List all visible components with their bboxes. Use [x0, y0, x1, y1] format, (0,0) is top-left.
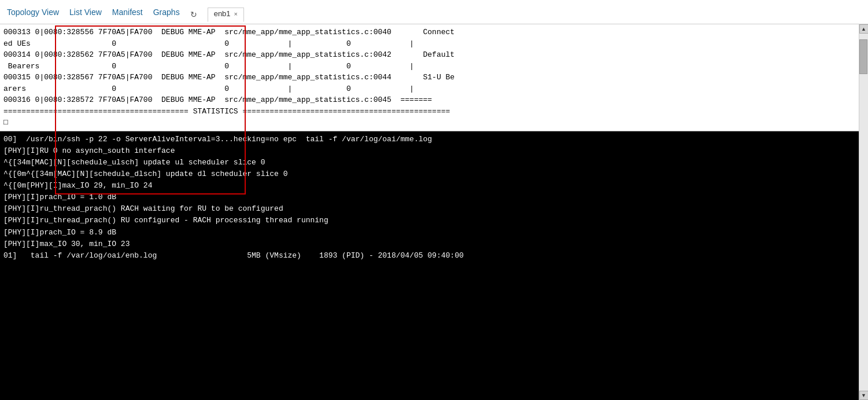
lower-log-line: [PHY][I]prach_IO = 1.0 dB — [3, 192, 855, 203]
scroll-track[interactable] — [859, 34, 868, 391]
enb1-tab[interactable]: enb1 × — [208, 8, 244, 22]
enb1-tab-label: enb1 — [214, 9, 231, 18]
lower-log-line: ^{[34m[MAC][N][schedule_ulsch] update ul… — [3, 157, 855, 168]
log-line: Bearers 0 0 | 0 | — [3, 61, 855, 72]
log-line: ed UEs 0 0 | 0 | — [3, 38, 855, 50]
lower-log-line: [PHY][I]max_IO 30, min_IO 23 — [3, 238, 855, 250]
log-line: ========================================… — [3, 106, 855, 118]
manifest-link[interactable]: Manifest — [112, 8, 143, 21]
topology-view-link[interactable]: Topology View — [7, 8, 59, 21]
lower-log-line: ^{[0m[PHY][I]max_IO 29, min_IO 24 — [3, 180, 855, 192]
lower-log-line: [PHY][I]prach_IO = 8.9 dB — [3, 227, 855, 238]
scroll-thumb[interactable] — [859, 39, 867, 74]
log-line: 000314 0|0080:328562 7F70A5|FA700 DEBUG … — [3, 49, 855, 61]
log-line: arers 0 0 | 0 | — [3, 83, 855, 95]
lower-log-line: 00] /usr/bin/ssh -p 22 -o ServerAliveInt… — [3, 134, 855, 145]
log-area[interactable]: 000313 0|0080:328556 7F70A5|FA700 DEBUG … — [0, 24, 859, 400]
list-view-link[interactable]: List View — [69, 8, 102, 21]
log-line: 000313 0|0080:328556 7F70A5|FA700 DEBUG … — [3, 27, 855, 38]
scroll-down-arrow[interactable]: ▼ — [859, 391, 869, 400]
lower-log: 00] /usr/bin/ssh -p 22 -o ServerAliveInt… — [0, 131, 859, 265]
log-line: 000316 0|0080:328572 7F70A5|FA700 DEBUG … — [3, 94, 855, 106]
scroll-up-arrow[interactable]: ▲ — [859, 24, 869, 34]
lower-log-lines: 00] /usr/bin/ssh -p 22 -o ServerAliveInt… — [3, 134, 855, 262]
upper-log: 000313 0|0080:328556 7F70A5|FA700 DEBUG … — [0, 24, 859, 131]
top-nav: Topology View List View Manifest Graphs … — [0, 0, 868, 24]
tab-close-icon[interactable]: × — [234, 10, 238, 17]
lower-log-line: ^{[0m^{[34m[MAC][N][schedule_dlsch] upda… — [3, 168, 855, 180]
checkbox-line[interactable]: □ — [3, 117, 855, 129]
lower-log-line: 01] tail -f /var/log/oai/enb.log 5MB (VM… — [3, 250, 855, 262]
lower-log-line: [PHY][I]ru_thread_prach() RU configured … — [3, 215, 855, 226]
main-content: 000313 0|0080:328556 7F70A5|FA700 DEBUG … — [0, 24, 868, 400]
log-line: 000315 0|0080:328567 7F70A5|FA700 DEBUG … — [3, 72, 855, 83]
lower-log-line: [PHY][I]RU 0 no asynch_south interface — [3, 145, 855, 157]
graphs-link[interactable]: Graphs — [153, 8, 180, 21]
upper-log-lines: 000313 0|0080:328556 7F70A5|FA700 DEBUG … — [3, 27, 855, 117]
lower-log-line: [PHY][I]ru_thread_prach() RACH waiting f… — [3, 203, 855, 215]
scrollbar[interactable]: ▲ ▼ — [859, 24, 868, 400]
refresh-icon[interactable]: ↻ — [190, 10, 197, 19]
